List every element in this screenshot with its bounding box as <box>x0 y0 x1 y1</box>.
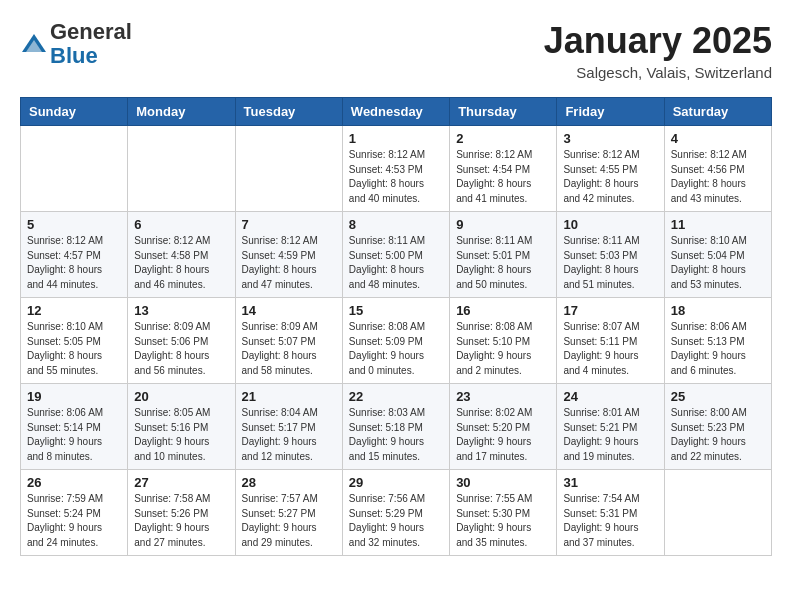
calendar-day-cell: 1Sunrise: 8:12 AM Sunset: 4:53 PM Daylig… <box>342 126 449 212</box>
day-info: Sunrise: 8:12 AM Sunset: 4:53 PM Dayligh… <box>349 148 443 206</box>
calendar-day-cell: 7Sunrise: 8:12 AM Sunset: 4:59 PM Daylig… <box>235 212 342 298</box>
day-info: Sunrise: 7:59 AM Sunset: 5:24 PM Dayligh… <box>27 492 121 550</box>
day-number: 25 <box>671 389 765 404</box>
day-info: Sunrise: 7:58 AM Sunset: 5:26 PM Dayligh… <box>134 492 228 550</box>
calendar-day-cell: 23Sunrise: 8:02 AM Sunset: 5:20 PM Dayli… <box>450 384 557 470</box>
day-info: Sunrise: 8:12 AM Sunset: 4:59 PM Dayligh… <box>242 234 336 292</box>
calendar-day-cell: 22Sunrise: 8:03 AM Sunset: 5:18 PM Dayli… <box>342 384 449 470</box>
weekday-header: Tuesday <box>235 98 342 126</box>
day-info: Sunrise: 8:11 AM Sunset: 5:03 PM Dayligh… <box>563 234 657 292</box>
calendar-day-cell: 3Sunrise: 8:12 AM Sunset: 4:55 PM Daylig… <box>557 126 664 212</box>
day-number: 8 <box>349 217 443 232</box>
calendar-day-cell: 28Sunrise: 7:57 AM Sunset: 5:27 PM Dayli… <box>235 470 342 556</box>
day-number: 20 <box>134 389 228 404</box>
day-info: Sunrise: 7:57 AM Sunset: 5:27 PM Dayligh… <box>242 492 336 550</box>
calendar-day-cell: 26Sunrise: 7:59 AM Sunset: 5:24 PM Dayli… <box>21 470 128 556</box>
day-info: Sunrise: 8:12 AM Sunset: 4:58 PM Dayligh… <box>134 234 228 292</box>
day-number: 4 <box>671 131 765 146</box>
day-number: 10 <box>563 217 657 232</box>
day-info: Sunrise: 8:12 AM Sunset: 4:55 PM Dayligh… <box>563 148 657 206</box>
calendar-week-row: 5Sunrise: 8:12 AM Sunset: 4:57 PM Daylig… <box>21 212 772 298</box>
day-info: Sunrise: 8:12 AM Sunset: 4:56 PM Dayligh… <box>671 148 765 206</box>
day-info: Sunrise: 8:07 AM Sunset: 5:11 PM Dayligh… <box>563 320 657 378</box>
day-info: Sunrise: 7:56 AM Sunset: 5:29 PM Dayligh… <box>349 492 443 550</box>
calendar-table: SundayMondayTuesdayWednesdayThursdayFrid… <box>20 97 772 556</box>
day-number: 13 <box>134 303 228 318</box>
day-number: 3 <box>563 131 657 146</box>
day-info: Sunrise: 8:05 AM Sunset: 5:16 PM Dayligh… <box>134 406 228 464</box>
calendar-day-cell: 6Sunrise: 8:12 AM Sunset: 4:58 PM Daylig… <box>128 212 235 298</box>
calendar-day-cell: 11Sunrise: 8:10 AM Sunset: 5:04 PM Dayli… <box>664 212 771 298</box>
day-number: 27 <box>134 475 228 490</box>
logo-icon <box>20 30 48 58</box>
calendar-day-cell: 15Sunrise: 8:08 AM Sunset: 5:09 PM Dayli… <box>342 298 449 384</box>
calendar-day-cell: 9Sunrise: 8:11 AM Sunset: 5:01 PM Daylig… <box>450 212 557 298</box>
weekday-header: Saturday <box>664 98 771 126</box>
day-info: Sunrise: 8:12 AM Sunset: 4:54 PM Dayligh… <box>456 148 550 206</box>
weekday-header: Wednesday <box>342 98 449 126</box>
day-info: Sunrise: 8:11 AM Sunset: 5:00 PM Dayligh… <box>349 234 443 292</box>
calendar-day-cell: 27Sunrise: 7:58 AM Sunset: 5:26 PM Dayli… <box>128 470 235 556</box>
calendar-day-cell <box>664 470 771 556</box>
day-number: 24 <box>563 389 657 404</box>
day-info: Sunrise: 8:06 AM Sunset: 5:13 PM Dayligh… <box>671 320 765 378</box>
calendar-day-cell: 2Sunrise: 8:12 AM Sunset: 4:54 PM Daylig… <box>450 126 557 212</box>
day-info: Sunrise: 8:11 AM Sunset: 5:01 PM Dayligh… <box>456 234 550 292</box>
calendar-day-cell: 20Sunrise: 8:05 AM Sunset: 5:16 PM Dayli… <box>128 384 235 470</box>
weekday-header: Monday <box>128 98 235 126</box>
day-info: Sunrise: 7:54 AM Sunset: 5:31 PM Dayligh… <box>563 492 657 550</box>
calendar-day-cell: 14Sunrise: 8:09 AM Sunset: 5:07 PM Dayli… <box>235 298 342 384</box>
day-info: Sunrise: 8:06 AM Sunset: 5:14 PM Dayligh… <box>27 406 121 464</box>
calendar-day-cell: 12Sunrise: 8:10 AM Sunset: 5:05 PM Dayli… <box>21 298 128 384</box>
day-number: 2 <box>456 131 550 146</box>
calendar-day-cell: 10Sunrise: 8:11 AM Sunset: 5:03 PM Dayli… <box>557 212 664 298</box>
calendar-day-cell: 19Sunrise: 8:06 AM Sunset: 5:14 PM Dayli… <box>21 384 128 470</box>
day-number: 16 <box>456 303 550 318</box>
page-header: General Blue January 2025 Salgesch, Vala… <box>20 20 772 81</box>
calendar-week-row: 19Sunrise: 8:06 AM Sunset: 5:14 PM Dayli… <box>21 384 772 470</box>
day-number: 29 <box>349 475 443 490</box>
day-number: 19 <box>27 389 121 404</box>
calendar-week-row: 1Sunrise: 8:12 AM Sunset: 4:53 PM Daylig… <box>21 126 772 212</box>
day-number: 18 <box>671 303 765 318</box>
day-number: 11 <box>671 217 765 232</box>
day-number: 6 <box>134 217 228 232</box>
day-info: Sunrise: 8:09 AM Sunset: 5:06 PM Dayligh… <box>134 320 228 378</box>
day-info: Sunrise: 8:10 AM Sunset: 5:05 PM Dayligh… <box>27 320 121 378</box>
calendar-day-cell: 8Sunrise: 8:11 AM Sunset: 5:00 PM Daylig… <box>342 212 449 298</box>
calendar-week-row: 26Sunrise: 7:59 AM Sunset: 5:24 PM Dayli… <box>21 470 772 556</box>
day-number: 5 <box>27 217 121 232</box>
weekday-header: Sunday <box>21 98 128 126</box>
calendar-day-cell: 13Sunrise: 8:09 AM Sunset: 5:06 PM Dayli… <box>128 298 235 384</box>
day-number: 12 <box>27 303 121 318</box>
day-info: Sunrise: 8:02 AM Sunset: 5:20 PM Dayligh… <box>456 406 550 464</box>
calendar-day-cell: 18Sunrise: 8:06 AM Sunset: 5:13 PM Dayli… <box>664 298 771 384</box>
day-number: 30 <box>456 475 550 490</box>
day-info: Sunrise: 8:03 AM Sunset: 5:18 PM Dayligh… <box>349 406 443 464</box>
calendar-day-cell: 24Sunrise: 8:01 AM Sunset: 5:21 PM Dayli… <box>557 384 664 470</box>
logo: General Blue <box>20 20 132 68</box>
day-info: Sunrise: 7:55 AM Sunset: 5:30 PM Dayligh… <box>456 492 550 550</box>
logo-text: General Blue <box>50 20 132 68</box>
day-number: 22 <box>349 389 443 404</box>
month-title: January 2025 <box>544 20 772 62</box>
weekday-header-row: SundayMondayTuesdayWednesdayThursdayFrid… <box>21 98 772 126</box>
calendar-week-row: 12Sunrise: 8:10 AM Sunset: 5:05 PM Dayli… <box>21 298 772 384</box>
logo-general: General <box>50 19 132 44</box>
day-info: Sunrise: 8:09 AM Sunset: 5:07 PM Dayligh… <box>242 320 336 378</box>
calendar-day-cell: 29Sunrise: 7:56 AM Sunset: 5:29 PM Dayli… <box>342 470 449 556</box>
day-number: 21 <box>242 389 336 404</box>
calendar-day-cell <box>21 126 128 212</box>
day-number: 9 <box>456 217 550 232</box>
day-number: 23 <box>456 389 550 404</box>
calendar-day-cell: 4Sunrise: 8:12 AM Sunset: 4:56 PM Daylig… <box>664 126 771 212</box>
day-info: Sunrise: 8:08 AM Sunset: 5:10 PM Dayligh… <box>456 320 550 378</box>
calendar-day-cell <box>235 126 342 212</box>
weekday-header: Friday <box>557 98 664 126</box>
calendar-day-cell: 16Sunrise: 8:08 AM Sunset: 5:10 PM Dayli… <box>450 298 557 384</box>
day-info: Sunrise: 8:04 AM Sunset: 5:17 PM Dayligh… <box>242 406 336 464</box>
calendar-day-cell: 21Sunrise: 8:04 AM Sunset: 5:17 PM Dayli… <box>235 384 342 470</box>
logo-blue: Blue <box>50 43 98 68</box>
day-number: 17 <box>563 303 657 318</box>
title-block: January 2025 Salgesch, Valais, Switzerla… <box>544 20 772 81</box>
